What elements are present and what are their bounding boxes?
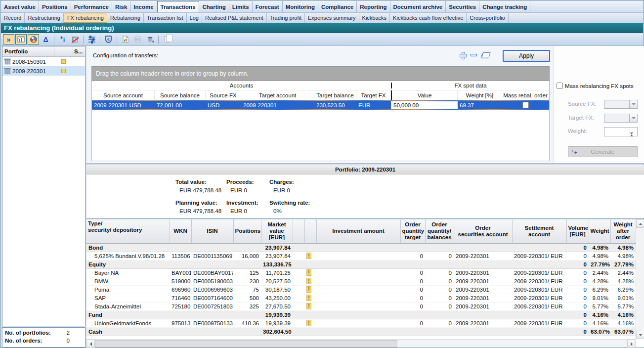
group-row-cash[interactable]: Cash 302,604.50 0 63.07% 63.07% (86, 327, 636, 336)
col-target-fx[interactable]: Target FX (356, 90, 391, 100)
warning-icon[interactable]: ! (306, 303, 311, 309)
scroll-left-icon[interactable] (86, 340, 95, 348)
report-button[interactable] (120, 34, 131, 44)
tab-charting[interactable]: Charting (200, 1, 229, 12)
col-value[interactable]: Value (391, 90, 458, 100)
portfolio-row[interactable]: 2009-220301 (2, 66, 85, 76)
subtab-record[interactable]: Record (1, 13, 25, 23)
security-row[interactable]: Bayer NA BAY001 DE000BAY0017 125 11,701.… (86, 268, 636, 277)
status-column-header[interactable] (54, 46, 73, 56)
euro-shield-button[interactable]: € (103, 34, 114, 44)
tab-securities[interactable]: Securities (446, 1, 479, 12)
double-chevron-button[interactable]: » (3, 34, 14, 44)
mass-rebal-checkbox[interactable] (522, 102, 529, 108)
warning-icon[interactable]: ! (306, 286, 311, 293)
col-settlement-account[interactable]: Settlement account (512, 219, 566, 243)
group-by-bar[interactable]: Drag the column header here in order to … (91, 66, 550, 81)
tab-reporting[interactable]: Reporting (357, 1, 390, 12)
col-volume[interactable]: Volume [EUR] (566, 219, 589, 243)
subtab-fx-rebalancing[interactable]: FX rebalancing (64, 13, 107, 23)
print-transfers-icon[interactable] (481, 52, 490, 58)
security-row[interactable]: BMW 519000 DE0005190003 230 20,527.50 ! … (86, 277, 636, 285)
subtab-restructuring[interactable]: Restructuring (25, 13, 63, 23)
weight-stepper[interactable] (604, 127, 638, 136)
transfer-row[interactable]: 2009-220301-USD 72,081.00 USD 2009-22030… (92, 100, 549, 110)
add-info-button[interactable]: +i (57, 34, 68, 44)
tab-forecast[interactable]: Forecast (253, 1, 283, 12)
subtab-transaction-list[interactable]: Transaction list (144, 13, 187, 23)
copy-euro-button[interactable]: € (161, 34, 172, 44)
col-blank1[interactable] (293, 219, 304, 243)
subtab-kickbacks[interactable]: Kickbacks (359, 13, 390, 23)
balance-sheet-button[interactable]: B/S (132, 34, 143, 44)
delete-button[interactable] (69, 34, 81, 44)
delta-button[interactable]: Δ (40, 34, 51, 44)
subtab-rebalancing[interactable]: Rebalancing (107, 13, 144, 23)
col-order-qty-target[interactable]: Order quantity target (400, 219, 425, 243)
subtab-log[interactable]: Log (187, 13, 202, 23)
tab-limits[interactable]: Limits (229, 1, 253, 12)
security-row[interactable]: Stada-Arzneimittel 725180 DE0007251803 3… (86, 302, 636, 310)
col-source-account[interactable]: Source account (92, 90, 155, 100)
stepper-down-icon[interactable] (630, 134, 637, 141)
col-target-account[interactable]: Target account (241, 90, 314, 100)
col-blank2[interactable] (304, 219, 316, 243)
col-type-security[interactable]: Type/ security/ depository (86, 219, 170, 243)
security-row[interactable]: Puma 696960 DE0006969603 75 30,187.50 ! … (86, 285, 636, 294)
remove-transfer-icon[interactable] (471, 54, 477, 56)
settings-button[interactable] (86, 34, 97, 44)
s-column-header[interactable]: S... (73, 46, 85, 56)
col-order-securities-account[interactable]: Order securities account (454, 219, 512, 243)
warning-icon[interactable]: ! (306, 253, 311, 259)
scroll-right-icon[interactable] (627, 340, 636, 348)
portfolio-row[interactable]: 2008-150301 (2, 57, 85, 66)
security-row[interactable]: UnionGeldmarktFonds 975013 DE0009750133 … (86, 319, 636, 327)
portfolio-column-header[interactable]: Portfolio (2, 48, 54, 54)
group-row-equity[interactable]: Equity 133,336.75 0 27.79% 27.79% (86, 260, 636, 268)
horizontal-scrollbar[interactable] (86, 339, 636, 348)
security-row[interactable]: 5,625% Bundanl.V.98/01.28 113506 DE00011… (86, 252, 636, 260)
value-edit-cell[interactable]: 50,000.00 (391, 101, 458, 109)
col-investment-amount[interactable]: Investment amount (316, 219, 400, 243)
table-chart-button[interactable] (15, 34, 27, 44)
tab-risk[interactable]: Risk (112, 1, 130, 12)
vertical-scrollbar[interactable] (636, 219, 644, 339)
warning-icon[interactable]: ! (306, 278, 311, 284)
security-row[interactable]: SAP 716460 DE0007164600 500 43,250.00 ! … (86, 294, 636, 302)
generate-button[interactable]: ⁺₊ Generate (568, 146, 638, 157)
col-market-value[interactable]: Market value [EUR] (261, 219, 293, 243)
group-row-fund[interactable]: Fund 19,939.39 0 4.16% 4.16% (86, 310, 636, 319)
scroll-down-icon[interactable] (636, 331, 644, 339)
add-transfer-icon[interactable] (460, 52, 466, 58)
tab-positions[interactable]: Positions (39, 1, 71, 12)
col-positions[interactable]: Positions (233, 219, 261, 243)
dropdown-arrow-icon[interactable] (629, 114, 637, 122)
subtab-realised-pl[interactable]: Realised P&L statement (202, 13, 267, 23)
dropdown-arrow-icon[interactable] (629, 100, 637, 108)
fx-order-button[interactable]: ⇈ (144, 34, 156, 44)
tab-performance[interactable]: Performance (71, 1, 112, 12)
mass-rebalancing-checkbox[interactable] (557, 83, 563, 89)
col-weight-after-order[interactable]: Weight after order (610, 219, 636, 243)
subtab-cross-portfolio[interactable]: Cross-portfolio (467, 13, 509, 23)
tab-income[interactable]: Income (130, 1, 157, 12)
horizontal-scroll-thumb[interactable] (95, 340, 397, 348)
tab-asset-value[interactable]: Asset value (1, 1, 39, 12)
col-weight[interactable]: Weight [%] (458, 90, 502, 100)
source-fx-dropdown[interactable] (604, 100, 638, 109)
warning-icon[interactable]: ! (306, 269, 311, 276)
scroll-up-icon[interactable] (636, 219, 644, 228)
col-isin[interactable]: ISIN (191, 219, 233, 243)
tab-compliance[interactable]: Compliance (318, 1, 357, 12)
col-mass-rebal[interactable]: Mass rebal. order (502, 90, 549, 100)
warning-icon[interactable]: ! (306, 320, 311, 326)
tab-document-archive[interactable]: Document archive (390, 1, 446, 12)
col-source-balance[interactable]: Source balance (155, 90, 206, 100)
target-fx-dropdown[interactable] (604, 114, 638, 123)
warning-icon[interactable]: ! (306, 295, 311, 301)
subtab-trading-profit[interactable]: Trading profit (267, 13, 305, 23)
pie-chart-button[interactable] (28, 34, 39, 44)
subtab-kickbacks-cashflow[interactable]: Kickbacks cash flow effective (390, 13, 467, 23)
tab-transactions[interactable]: Transactions (157, 1, 199, 12)
col-weight[interactable]: Weight (589, 219, 610, 243)
